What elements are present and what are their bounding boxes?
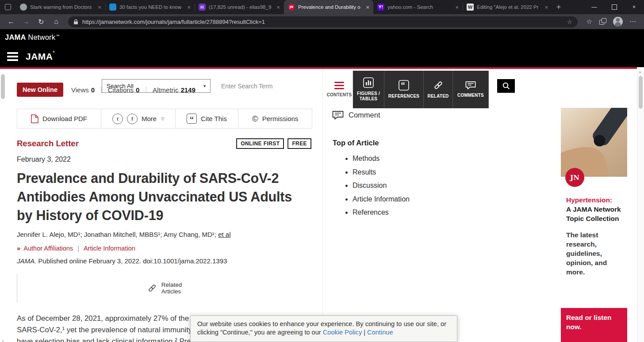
sign-in-caret-icon: ▽ bbox=[634, 84, 637, 88]
search-button[interactable] bbox=[497, 79, 515, 93]
tab-close-icon[interactable]: × bbox=[455, 4, 459, 11]
cookie-continue-link[interactable]: Continue bbox=[367, 329, 393, 336]
outline-item-results[interactable]: Results bbox=[353, 168, 410, 176]
sign-in-button[interactable]: Sign In ▽ bbox=[595, 75, 637, 96]
article-metrics: Views0 | Citations0 | Altmetric2149 bbox=[71, 86, 196, 94]
outline-item-discussion[interactable]: Discussion bbox=[353, 182, 410, 190]
tab-contents[interactable]: CONTENTS bbox=[326, 71, 353, 108]
browser-tab-2[interactable]: 30 facts you NEED to know × bbox=[105, 0, 195, 14]
trademark: ™ bbox=[56, 34, 59, 38]
tab-title: (17,825 unread) - elias98_9 bbox=[209, 4, 273, 10]
forward-button[interactable]: → bbox=[19, 15, 33, 28]
cookie-policy-link[interactable]: Cookie Policy bbox=[323, 329, 362, 336]
ad-cta-button[interactable]: Read or listen now. bbox=[561, 308, 627, 342]
add-favorite-icon[interactable]: ☆ bbox=[567, 19, 572, 25]
collections-icon[interactable] bbox=[599, 18, 606, 25]
scroll-down-icon[interactable]: ⌄ bbox=[1, 337, 5, 342]
address-bar[interactable]: https://jamanetwork.com/journals/jama/fu… bbox=[68, 16, 578, 27]
toolbar-right: ☆ ⋯ bbox=[583, 17, 640, 27]
citations-metric[interactable]: Citations0 bbox=[108, 86, 140, 94]
minimize-button[interactable]: — bbox=[584, 0, 604, 14]
outline-item-references[interactable]: References bbox=[353, 209, 410, 217]
tab-close-icon[interactable]: × bbox=[544, 4, 548, 11]
sign-in-label: Sign In bbox=[609, 82, 630, 90]
outline-item-article-information[interactable]: Article Information bbox=[353, 195, 410, 203]
contents-icon bbox=[334, 82, 344, 89]
tab-comments[interactable]: COMMENTS bbox=[453, 71, 489, 108]
jn-favicon: JN bbox=[288, 4, 295, 11]
double-arrow-icon: » bbox=[17, 244, 20, 252]
browser-tab-3[interactable]: ✉ (17,825 unread) - elias98_9 × bbox=[195, 0, 284, 14]
svg-text:“: “ bbox=[401, 80, 405, 90]
jama-journal-logo[interactable]: JAMA° bbox=[26, 46, 55, 67]
page-scrollbar[interactable]: ▴ bbox=[637, 69, 644, 342]
article-kicker-row: Research Letter ONLINE FIRST FREE bbox=[17, 138, 311, 149]
tab-close-icon[interactable]: × bbox=[366, 4, 369, 11]
article-type-link[interactable]: Research Letter bbox=[17, 139, 79, 148]
browser-tab-1[interactable]: Stark warning from Doctors × bbox=[16, 0, 105, 14]
settings-menu-icon[interactable]: ⋯ bbox=[629, 18, 636, 26]
refresh-button[interactable]: ↻ bbox=[34, 15, 48, 28]
et-al-link[interactable]: et al bbox=[218, 231, 230, 238]
jama-network-logo[interactable]: JAMA Network™ bbox=[5, 33, 59, 42]
tab-title: Prevalence and Durability o bbox=[298, 4, 363, 10]
person-icon bbox=[595, 81, 606, 91]
scrollbar-thumb[interactable] bbox=[639, 76, 643, 109]
pdf-icon bbox=[31, 114, 38, 123]
comment-bubble-icon bbox=[332, 110, 344, 120]
article-main-column: New Online Views0 | Citations0 | Altmetr… bbox=[17, 69, 312, 342]
new-online-badge: New Online bbox=[17, 83, 63, 97]
views-metric[interactable]: Views0 bbox=[71, 86, 95, 94]
facebook-icon[interactable]: f bbox=[127, 114, 138, 124]
tab-related[interactable]: RELATED bbox=[424, 71, 453, 108]
browser-tab-active-jama[interactable]: JN Prevalence and Durability o × bbox=[284, 0, 373, 14]
related-articles-label: Related Articles bbox=[161, 281, 182, 295]
column-divider bbox=[322, 69, 323, 342]
twitter-icon[interactable]: t bbox=[112, 114, 123, 124]
browser-tab-bar: Stark warning from Doctors × 30 facts yo… bbox=[0, 0, 644, 14]
tab-close-icon[interactable]: × bbox=[276, 4, 280, 11]
cite-this-button[interactable]: “ Cite This bbox=[176, 109, 238, 128]
browser-tab-5[interactable]: Y! yahoo.com - Search × bbox=[373, 0, 463, 14]
window-controls: — × bbox=[584, 0, 644, 14]
scrollbar-thumb[interactable] bbox=[1, 74, 5, 99]
sidebar-ad[interactable]: JN Hypertension: A JAMA Network Topic Co… bbox=[561, 108, 627, 342]
publish-date: February 3, 2022 bbox=[17, 156, 71, 163]
scroll-up-icon[interactable]: ▴ bbox=[639, 70, 641, 74]
author-affiliations-link[interactable]: Author Affiliations bbox=[23, 245, 73, 252]
back-button[interactable]: ← bbox=[4, 15, 18, 28]
tab-references[interactable]: “ REFERENCES bbox=[384, 71, 424, 108]
article-information-link[interactable]: Article Information bbox=[84, 245, 135, 252]
tab-actions-icon bbox=[5, 4, 11, 10]
link-icon bbox=[147, 283, 157, 293]
article-scrollbar[interactable]: ⌄ bbox=[0, 70, 6, 342]
tab-actions-button[interactable] bbox=[0, 0, 16, 14]
comment-label: Comment bbox=[349, 111, 380, 119]
maximize-button[interactable] bbox=[604, 0, 624, 14]
close-window-button[interactable]: × bbox=[624, 0, 644, 14]
share-more-button[interactable]: t f More ▽ bbox=[101, 109, 176, 128]
altmetric-metric[interactable]: Altmetric2149 bbox=[153, 86, 196, 94]
download-pdf-button[interactable]: Download PDF bbox=[17, 109, 101, 128]
browser-nav-bar: ← → ↻ ⌂ https://jamanetwork.com/journals… bbox=[0, 14, 644, 29]
tab-close-icon[interactable]: × bbox=[98, 4, 101, 11]
more-caret-icon: ▽ bbox=[161, 117, 164, 121]
comment-button[interactable]: Comment bbox=[332, 110, 380, 120]
home-button[interactable]: ⌂ bbox=[50, 15, 63, 28]
url-text: https://jamanetwork.com/journals/jama/fu… bbox=[82, 19, 563, 25]
outline-item-methods[interactable]: Methods bbox=[353, 155, 410, 163]
chart-icon bbox=[363, 77, 374, 88]
device-illustration bbox=[590, 108, 627, 147]
profile-avatar[interactable] bbox=[613, 17, 623, 27]
new-tab-button[interactable]: + bbox=[552, 3, 565, 11]
permissions-button[interactable]: © Permissions bbox=[238, 109, 312, 128]
article-section-tabs: CONTENTS FIGURES / TABLES “ REFERENCES R… bbox=[326, 71, 489, 108]
tab-figures-tables[interactable]: FIGURES / TABLES bbox=[353, 71, 384, 108]
online-first-badge: ONLINE FIRST bbox=[236, 138, 284, 149]
browser-tab-6[interactable]: W Editing "Alejo et al. 2022 Pr × bbox=[463, 0, 552, 14]
cookie-banner: Our website uses cookies to enhance your… bbox=[190, 315, 457, 342]
hamburger-menu-button[interactable] bbox=[0, 46, 25, 67]
related-articles-link[interactable]: Related Articles bbox=[17, 274, 312, 302]
tab-close-icon[interactable]: × bbox=[187, 4, 191, 11]
favorites-icon[interactable]: ☆ bbox=[586, 18, 592, 26]
